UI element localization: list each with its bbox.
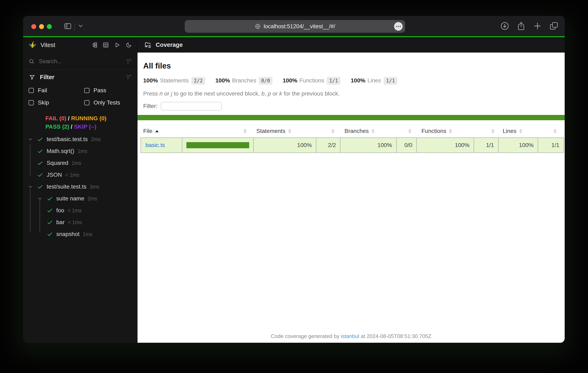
sorter-icon[interactable]	[408, 129, 411, 133]
coverage-footer: Code coverage generated by istanbul at 2…	[137, 333, 565, 340]
check-icon	[37, 160, 43, 166]
check-icon	[37, 148, 43, 154]
metric-branches: 100%Branches0/0	[215, 77, 273, 84]
column-header-branches[interactable]: Branches	[340, 125, 417, 137]
hint-text: or	[271, 90, 279, 97]
run-all-icon[interactable]	[114, 42, 120, 48]
column-header-file[interactable]: File	[141, 125, 253, 137]
zoom-window-button[interactable]	[47, 24, 52, 29]
metric-ratio-badge: 0/0	[259, 77, 273, 85]
hint-key: k	[279, 90, 282, 97]
coverage-nav-bar: Coverage	[137, 37, 565, 52]
chevron-down-icon[interactable]	[28, 137, 37, 142]
tree-indent-guide	[30, 188, 31, 233]
functions-percent-cell: 100%	[417, 138, 474, 153]
tree-item-label: suite name	[56, 195, 84, 202]
chevron-down-icon[interactable]	[28, 184, 37, 190]
metric-label: Lines	[368, 77, 381, 84]
downloads-icon[interactable]	[500, 21, 509, 31]
filter-section-header: Filter	[23, 70, 137, 84]
tree-item-duration: 1ms	[83, 231, 93, 237]
sorter-icon[interactable]	[372, 129, 374, 133]
coverage-bar-fill	[186, 142, 249, 148]
tree-item-label: bar	[56, 219, 64, 226]
sidebar-header: Vitest	[23, 37, 137, 53]
checkbox-icon[interactable]	[29, 100, 34, 105]
url-text: localhost:51204/__vitest__/#/	[264, 23, 335, 30]
browser-window: localhost:51204/__vitest__/#/	[23, 16, 565, 343]
checkbox-icon[interactable]	[84, 88, 89, 93]
check-icon	[47, 207, 53, 214]
file-cell: basic.ts	[141, 138, 182, 153]
tree-item-duration: 1ms	[72, 160, 81, 166]
column-header-functions[interactable]: Functions	[417, 125, 499, 137]
clear-search-filter-icon[interactable]	[126, 58, 132, 64]
share-icon[interactable]	[516, 21, 526, 31]
sorter-icon[interactable]	[492, 129, 494, 133]
filter-checkbox-fail[interactable]: Fail	[29, 84, 84, 96]
sorter-icon[interactable]	[288, 129, 291, 133]
minimize-window-button[interactable]	[39, 24, 44, 29]
coverage-panel: Coverage All files 100%Statements2/2100%…	[137, 37, 565, 343]
sorter-icon[interactable]	[449, 129, 452, 133]
address-bar[interactable]: localhost:51204/__vitest__/#/	[185, 20, 405, 33]
branches-percent-cell: 100%	[340, 138, 397, 153]
tree-item-test-suite-test-ts[interactable]: test/suite.test.ts3ms	[23, 181, 137, 193]
filter-checkbox-skip[interactable]: Skip	[29, 96, 84, 109]
coverage-bar	[186, 142, 249, 148]
vitest-sidebar: Vitest	[23, 37, 137, 343]
search-input[interactable]	[39, 58, 126, 65]
hint-key: p	[268, 90, 271, 97]
new-tab-icon[interactable]	[533, 21, 542, 31]
filter-checkboxes: FailPassSkipOnly Tests	[23, 84, 137, 109]
checkbox-icon[interactable]	[29, 88, 34, 93]
hint-text: to go to the next uncovered block,	[172, 90, 262, 97]
metric-statements: 100%Statements2/2	[143, 77, 205, 84]
tree-item-test-basic-test-ts[interactable]: test/basic.test.ts2ms	[23, 133, 137, 145]
coverage-content: All files 100%Statements2/2100%Branches0…	[137, 52, 565, 343]
tree-view-icon[interactable]	[91, 42, 97, 48]
tree-item-bar[interactable]: bar< 1ms	[23, 216, 137, 228]
search-bar	[23, 53, 137, 70]
metric-label: Branches	[232, 77, 256, 84]
browser-titlebar: localhost:51204/__vitest__/#/	[23, 16, 565, 36]
metric-percent: 100%	[215, 77, 230, 84]
chevron-down-icon[interactable]	[37, 196, 47, 201]
tree-item-label: foo	[56, 207, 64, 214]
tab-chevron-icon[interactable]	[78, 24, 83, 28]
tree-item-snapshot[interactable]: snapshot1ms	[23, 228, 137, 240]
close-window-button[interactable]	[31, 24, 36, 29]
tree-item-suite-name[interactable]: suite name2ms	[23, 193, 137, 205]
tree-item-math-sqrt[interactable]: Math.sqrt()1ms	[23, 145, 137, 157]
check-icon	[37, 136, 43, 142]
hint-text: or	[163, 90, 171, 97]
filter-checkbox-pass[interactable]: Pass	[84, 84, 137, 96]
tab-overview-icon[interactable]	[549, 21, 558, 31]
sorter-icon[interactable]	[244, 129, 247, 133]
dark-mode-icon[interactable]	[126, 42, 132, 48]
sorter-icon[interactable]	[519, 129, 522, 133]
clear-filter-icon[interactable]	[126, 74, 132, 80]
sorter-icon[interactable]	[554, 129, 556, 133]
hint-key: n	[159, 90, 163, 97]
page-menu-button[interactable]	[394, 22, 403, 31]
column-header-lines[interactable]: Lines	[499, 125, 564, 137]
coverage-filter-label: Filter:	[143, 103, 158, 109]
filter-checkbox-only-tests[interactable]: Only Tests	[84, 96, 137, 109]
coverage-report-icon	[144, 41, 152, 49]
column-header-statements[interactable]: Statements	[253, 125, 340, 137]
tree-item-json[interactable]: JSON< 1ms	[23, 169, 137, 181]
footer-timestamp: at 2024-08-05T08:51:30.705Z	[359, 333, 431, 339]
sidebar-toggle-icon[interactable]	[63, 22, 73, 30]
sorter-icon[interactable]	[331, 129, 334, 133]
check-icon	[47, 219, 53, 225]
istanbul-link[interactable]: istanbul	[341, 333, 359, 339]
coverage-filter-input[interactable]	[161, 102, 222, 110]
tree-item-squared[interactable]: Squared1ms	[23, 157, 137, 169]
app-title: Vitest	[41, 42, 55, 49]
checkbox-icon[interactable]	[84, 100, 89, 105]
file-link[interactable]: basic.ts	[141, 142, 165, 148]
keyboard-hint: Press n or j to go to the next uncovered…	[143, 90, 565, 97]
tree-item-foo[interactable]: foo< 1ms	[23, 205, 137, 216]
dashboard-icon[interactable]	[103, 42, 109, 48]
